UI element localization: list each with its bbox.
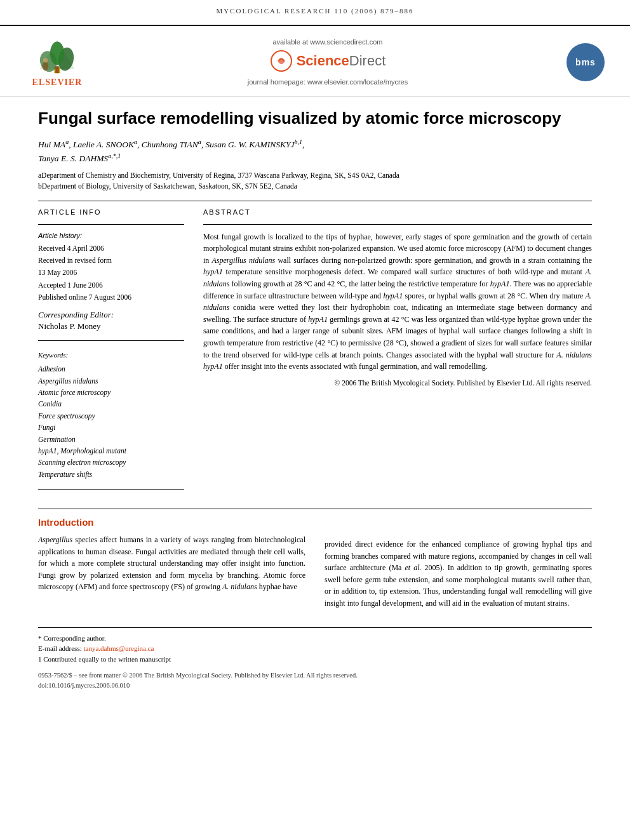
article-history: Article history: Received 4 April 2006 R… [38,231,184,303]
accepted-date: Accepted 1 June 2006 [38,280,184,291]
article-body: Fungal surface remodelling visualized by… [0,97,630,703]
doi-line: doi:10.1016/j.mycres.2006.06.010 [38,681,592,691]
abstract-paragraph: Most fungal growth is localized to the t… [203,231,592,373]
svg-rect-7 [55,66,59,73]
sciencedirect-text: ScienceDirect [297,51,386,71]
corresponding-note: * Corresponding author. [38,634,106,642]
editor-name: Nicholas P. Money [38,321,184,332]
received-date: Received 4 April 2006 [38,243,184,254]
abstract-copyright: © 2006 The British Mycological Society. … [203,378,592,389]
article-title: Fungal surface remodelling visualized by… [38,108,592,129]
sciencedirect-logo: ScienceDirect [270,50,386,72]
bms-logo: bms [560,43,611,81]
divider-right-top [203,224,592,225]
kw-conidia: Conidia [38,398,184,410]
svg-point-6 [43,58,48,62]
corresponding-footnote: * Corresponding author. [38,633,592,644]
introduction-section: Introduction Aspergillus species affect … [38,509,592,615]
keywords-label: Keywords: [38,350,184,361]
kw-fungi: Fungi [38,422,184,433]
elsevier-logo: ELSEVIER [19,34,95,91]
kw-afm: Atomic force microscopy [38,387,184,398]
kw-temp-shifts: Temperature shifts [38,469,184,480]
kw-force-spectroscopy: Force spectroscopy [38,410,184,422]
contributed-note: 1 Contributed equally to the written man… [38,655,171,663]
email-label: E-mail address: [38,644,82,652]
svg-point-4 [50,41,64,65]
contributed-footnote: 1 Contributed equally to the written man… [38,654,592,665]
svg-point-5 [43,61,48,70]
logos-bar: ELSEVIER available at www.sciencedirect.… [0,26,630,97]
affiliation-b: bDepartment of Biology, University of Sa… [38,181,592,192]
intro-two-col: Introduction Aspergillus species affect … [38,516,592,615]
article-info-label: ARTICLE INFO [38,208,184,217]
intro-left-text: Aspergillus species affect humans in a v… [38,534,305,593]
footnotes-area: * Corresponding author. E-mail address: … [38,627,592,665]
page: MYCOLOGICAL RESEARCH 110 (2006) 879–886 … [0,0,630,840]
sciencedirect-icon [270,50,293,72]
kw-germination: Germination [38,434,184,445]
kw-adhesion: Adhesion [38,363,184,375]
abstract-col: ABSTRACT Most fungal growth is localized… [203,208,592,496]
center-logos: available at www.sciencedirect.com Scien… [248,37,408,88]
journal-header: MYCOLOGICAL RESEARCH 110 (2006) 879–886 [0,0,630,26]
available-text: available at www.sciencedirect.com [272,37,382,47]
intro-heading: Introduction [38,516,305,529]
elsevier-label: ELSEVIER [32,76,83,89]
intro-right-text: provided direct evidence for the enhance… [325,538,592,610]
email-link[interactable]: tanya.dahms@uregina.ca [83,644,154,652]
journal-homepage: journal homepage: www.elsevier.com/locat… [248,77,408,87]
divider-after-affiliations [38,201,592,201]
elsevier-tree-icon [32,37,83,75]
affiliation-a: aDepartment of Chemistry and Biochemistr… [38,170,592,181]
kw-sem: Scanning electron microscopy [38,457,184,468]
corresponding-editor: Corresponding Editor: Nicholas P. Money [38,309,184,332]
revised-date: 13 May 2006 [38,267,184,278]
intro-left-col: Introduction Aspergillus species affect … [38,516,305,615]
intro-right-paragraph: provided direct evidence for the enhance… [325,538,592,610]
bottom-notice: 0953-7562/$ – see front matter © 2006 Th… [38,670,592,681]
divider-left-mid [38,340,184,341]
authors-line: Hui MAa, Laelie A. SNOOKa, Chunhong TIAN… [38,138,592,165]
abstract-label: ABSTRACT [203,208,592,217]
kw-aspergillus: Aspergillus nidulans [38,375,184,387]
keywords-list: Adhesion Aspergillus nidulans Atomic for… [38,363,184,480]
history-label: Article history: [38,231,184,241]
intro-left-paragraph: Aspergillus species affect humans in a v… [38,534,305,593]
editor-label: Corresponding Editor: [38,309,184,321]
affiliations: aDepartment of Chemistry and Biochemistr… [38,170,592,192]
divider-left-bot [38,489,184,490]
divider-left-top [38,224,184,225]
bottom-info: 0953-7562/$ – see front matter © 2006 Th… [38,670,592,691]
article-info-col: ARTICLE INFO Article history: Received 4… [38,208,184,496]
published-date: Published online 7 August 2006 [38,292,184,303]
revised-label: Received in revised form [38,255,184,266]
intro-divider [38,509,592,509]
bms-circle: bms [566,43,605,81]
kw-hypa1: hypA1, Morphological mutant [38,445,184,457]
keywords-section: Keywords: Adhesion Aspergillus nidulans … [38,350,184,481]
two-col-info-abstract: ARTICLE INFO Article history: Received 4… [38,208,592,496]
email-footnote: E-mail address: tanya.dahms@uregina.ca [38,643,592,654]
abstract-text: Most fungal growth is localized to the t… [203,231,592,389]
journal-title: MYCOLOGICAL RESEARCH 110 (2006) 879–886 [38,6,592,16]
intro-right-col: provided direct evidence for the enhance… [325,516,592,615]
bms-label: bms [575,57,596,69]
